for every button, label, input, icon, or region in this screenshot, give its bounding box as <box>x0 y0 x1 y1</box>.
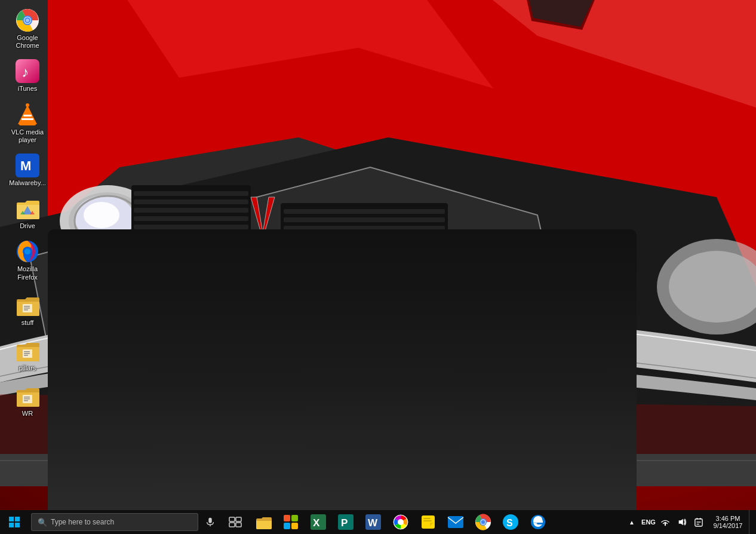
svg-point-42 <box>24 248 30 254</box>
desktop-icon-chrome[interactable]: Google Chrome <box>5 6 50 52</box>
svg-point-33 <box>26 103 29 107</box>
word-icon: W <box>365 514 382 530</box>
svg-rect-49 <box>24 353 30 354</box>
svg-rect-17 <box>284 243 445 247</box>
tray-overflow-button[interactable]: ▲ <box>623 510 640 534</box>
svg-rect-64 <box>236 523 241 527</box>
desktop-icon-malwarebytes[interactable]: M Malwareby... <box>5 151 50 189</box>
svg-rect-79 <box>423 520 432 521</box>
malwarebytes-label: Malwareby... <box>9 179 46 187</box>
search-bar[interactable]: 🔍 Type here to search <box>31 513 198 531</box>
svg-rect-68 <box>291 523 298 529</box>
desktop-icon-drive[interactable]: Drive <box>5 194 50 232</box>
svg-rect-61 <box>229 517 235 521</box>
language-indicator[interactable]: ENG <box>640 510 657 534</box>
taskbar-app-edge[interactable] <box>524 510 552 534</box>
svg-rect-80 <box>448 516 463 528</box>
svg-text:P: P <box>341 517 348 529</box>
chrome-taskbar-icon <box>475 514 491 530</box>
svg-rect-77 <box>422 515 435 529</box>
desktop-icons: Google Chrome ♪ iTunes <box>5 6 50 420</box>
taskbar: 🔍 Type here to search <box>0 510 756 534</box>
svg-rect-78 <box>423 518 431 519</box>
svg-rect-48 <box>24 351 30 352</box>
itunes-label: iTunes <box>18 85 38 93</box>
taskbar-app-publisher[interactable]: P <box>332 510 359 534</box>
svg-point-76 <box>398 519 404 525</box>
svg-rect-13 <box>284 209 445 214</box>
svg-rect-8 <box>134 200 248 204</box>
taskbar-app-explorer[interactable] <box>250 510 277 534</box>
desktop-icon-vlc[interactable]: VLC media player <box>5 100 50 146</box>
desktop-icon-firefox[interactable]: Mozilla Firefox <box>5 237 50 283</box>
svg-text:♪: ♪ <box>21 64 29 80</box>
publisher-icon: P <box>337 514 354 530</box>
taskbar-apps: X P W <box>250 510 552 534</box>
vlc-label: VLC media player <box>7 128 48 144</box>
svg-rect-54 <box>24 400 28 401</box>
taskbar-app-skype[interactable]: S <box>497 510 524 534</box>
svg-rect-32 <box>23 115 32 116</box>
taskbar-app-paint[interactable] <box>387 510 414 534</box>
network-icon[interactable] <box>657 510 674 534</box>
desktop-icon-stuff[interactable]: stuff <box>5 289 50 329</box>
svg-rect-34 <box>19 122 36 125</box>
volume-icon[interactable] <box>674 510 690 534</box>
svg-rect-57 <box>9 523 14 527</box>
search-placeholder: Type here to search <box>51 518 114 526</box>
svg-rect-56 <box>15 517 20 521</box>
system-clock[interactable]: 3:46 PM 9/14/2017 <box>707 510 749 534</box>
start-button[interactable] <box>0 510 29 534</box>
svg-rect-58 <box>15 523 20 527</box>
skype-icon: S <box>502 514 519 530</box>
svg-rect-15 <box>284 226 445 231</box>
svg-rect-22 <box>0 460 756 461</box>
taskbar-app-mail[interactable] <box>442 510 469 534</box>
svg-rect-10 <box>134 216 248 221</box>
svg-point-4 <box>84 202 119 228</box>
svg-rect-66 <box>291 515 298 521</box>
taskbar-app-sticky[interactable] <box>414 510 442 534</box>
chrome-label: Google Chrome <box>7 34 48 50</box>
svg-rect-65 <box>284 515 290 521</box>
taskbar-app-chrome[interactable] <box>469 510 497 534</box>
taskbar-app-word[interactable]: W <box>359 510 387 534</box>
edge-icon <box>530 514 546 530</box>
svg-rect-52 <box>24 397 30 398</box>
svg-point-27 <box>26 19 29 22</box>
task-view-button[interactable] <box>222 510 248 534</box>
svg-text:W: W <box>368 517 378 529</box>
svg-rect-11 <box>134 225 248 229</box>
pillars-label: pillars <box>19 364 36 372</box>
svg-rect-50 <box>24 355 28 356</box>
svg-rect-44 <box>24 306 30 307</box>
taskbar-app-store[interactable] <box>277 510 305 534</box>
svg-rect-18 <box>284 251 445 256</box>
desktop-icon-itunes[interactable]: ♪ iTunes <box>5 57 50 95</box>
taskbar-app-excel[interactable]: X <box>305 510 332 534</box>
drive-label: Drive <box>20 222 35 230</box>
search-icon: 🔍 <box>38 518 47 527</box>
system-tray: ▲ ENG <box>623 510 756 534</box>
svg-rect-31 <box>21 118 33 120</box>
svg-rect-63 <box>229 523 235 527</box>
svg-rect-16 <box>284 234 445 239</box>
desktop-icon-wr[interactable]: WR <box>5 379 50 420</box>
desktop-icon-pillars[interactable]: pillars <box>5 334 50 375</box>
clock-time: 3:46 PM <box>716 515 740 522</box>
paint-icon <box>392 514 409 530</box>
svg-rect-53 <box>24 398 30 400</box>
explorer-icon <box>255 514 272 530</box>
svg-text:S: S <box>506 518 513 528</box>
firefox-label: Mozilla Firefox <box>7 265 48 281</box>
action-center-icon[interactable] <box>690 510 707 534</box>
svg-point-84 <box>481 520 485 524</box>
show-desktop-button[interactable] <box>749 510 754 534</box>
svg-rect-46 <box>24 309 28 311</box>
svg-rect-45 <box>24 308 30 309</box>
wr-label: WR <box>22 410 33 418</box>
svg-rect-62 <box>236 517 241 521</box>
stuff-label: stuff <box>21 319 34 327</box>
svg-rect-59 <box>208 518 211 523</box>
cortana-button[interactable] <box>198 510 222 534</box>
